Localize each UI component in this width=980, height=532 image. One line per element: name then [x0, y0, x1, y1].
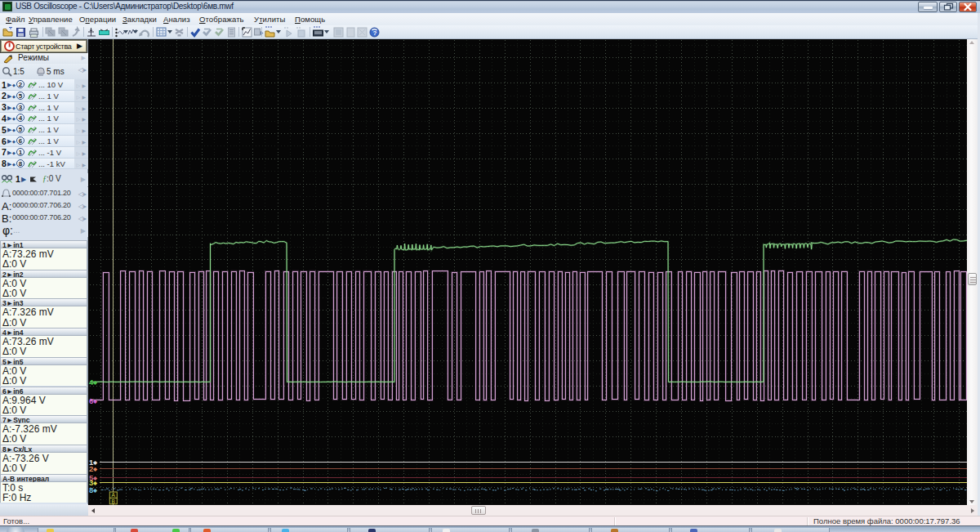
- svg-text:8◆: 8◆: [89, 485, 97, 494]
- svg-text:B: B: [112, 498, 115, 504]
- svg-text:A: A: [112, 492, 116, 498]
- svg-text:6◆: 6◆: [89, 396, 97, 405]
- svg-text:4◆: 4◆: [89, 378, 97, 387]
- svg-text:?: ?: [373, 29, 377, 37]
- svg-text:2◆: 2◆: [89, 464, 97, 473]
